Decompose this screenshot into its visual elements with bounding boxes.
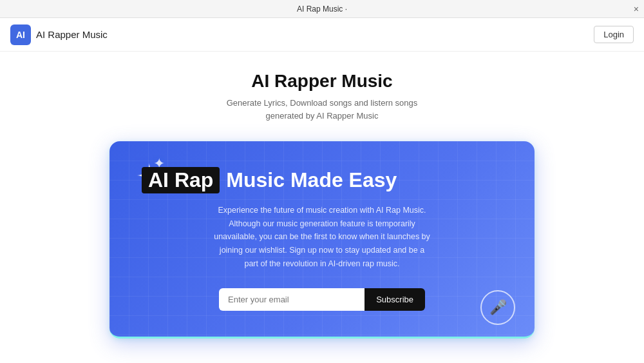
titlebar: AI Rap Music · × — [0, 0, 644, 18]
banner-wrapper: 🎤 AI Rap Music Made Easy Experience the … — [0, 128, 644, 358]
brand: AI AI Rapper Music — [10, 25, 108, 45]
brand-logo: AI — [10, 25, 31, 45]
email-row: Subscribe — [219, 288, 425, 311]
email-input[interactable] — [219, 288, 365, 311]
banner-card: 🎤 AI Rap Music Made Easy Experience the … — [109, 141, 535, 338]
songs-count-section: Number of Songs Created with AI Rap Musi… — [0, 358, 644, 363]
banner-content: AI Rap Music Made Easy Experience the fu… — [142, 167, 502, 311]
hero-subtitle-line2: generated by AI Rapper Music — [0, 110, 644, 123]
headline-highlight: AI Rap — [142, 167, 220, 193]
banner-body-text: Experience the future of music creation … — [213, 204, 431, 270]
brand-logo-text: AI — [16, 30, 25, 40]
titlebar-title: AI Rap Music · — [297, 5, 347, 14]
brand-name: AI Rapper Music — [36, 29, 108, 40]
headline-rest: Music Made Easy — [226, 168, 397, 192]
subscribe-button[interactable]: Subscribe — [365, 288, 425, 311]
login-button[interactable]: Login — [594, 26, 634, 43]
hero-title: AI Rapper Music — [0, 71, 644, 92]
close-button[interactable]: × — [634, 5, 639, 14]
hero-subtitle-line1: Generate Lyrics, Download songs and list… — [0, 97, 644, 110]
navbar: AI AI Rapper Music Login — [0, 18, 644, 52]
hero-section: AI Rapper Music Generate Lyrics, Downloa… — [0, 52, 644, 128]
banner-headline: AI Rap Music Made Easy — [142, 167, 502, 193]
